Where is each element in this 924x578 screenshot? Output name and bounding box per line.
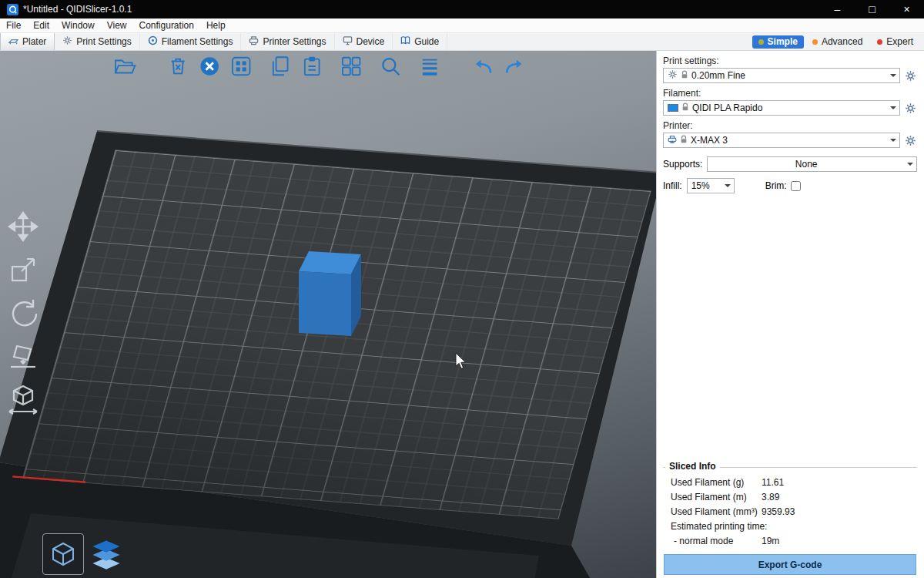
arrange-icon[interactable] [228,53,254,79]
chevron-down-icon [904,157,916,171]
sliced-info-row: Used Filament (m) 3.89 [665,489,916,504]
chevron-down-icon [887,69,899,82]
mode-expert[interactable]: Expert [871,35,919,49]
edit-printer-icon[interactable] [903,135,917,146]
tab-bar: Plater Print Settings Filament Settings … [0,33,924,51]
sliced-info-title: Sliced Info [665,461,720,472]
move-icon[interactable] [6,210,40,244]
preview-icon[interactable] [85,533,127,575]
tab-filament-settings[interactable]: Filament Settings [140,33,242,50]
lock-icon [680,135,688,146]
scene-canvas [0,51,656,578]
printer-select[interactable]: X-MAX 3 [663,133,900,148]
print-settings-label: Print settings: [663,55,917,66]
gizmo-toolbar [6,210,40,416]
plater-toolbar [112,53,527,79]
layer-height-icon[interactable] [417,53,443,79]
minimize-button[interactable]: – [820,0,855,18]
tab-print-settings[interactable]: Print Settings [55,33,139,50]
sliced-info-row: Used Filament (g) 11.61 [665,475,916,489]
menu-bar: File Edit Window View Configuration Help [0,18,924,33]
title-bar: *Untitled - QIDISlicer-1.0.1 – □ × [0,0,924,18]
tab-guide[interactable]: Guide [393,33,447,50]
close-button[interactable]: × [889,0,924,18]
tab-printer-settings[interactable]: Printer Settings [241,33,334,50]
window-title: *Untitled - QIDISlicer-1.0.1 [23,4,132,15]
printer-icon [668,135,677,146]
menu-configuration[interactable]: Configuration [133,18,200,32]
mode-simple[interactable]: Simple [752,35,804,49]
delete-icon[interactable] [165,53,191,79]
spool-icon [148,35,158,48]
tab-device[interactable]: Device [335,33,393,50]
scale-icon[interactable] [6,253,40,287]
menu-window[interactable]: Window [55,18,101,32]
split-icon[interactable] [338,53,364,79]
measure-icon[interactable] [6,382,40,416]
supports-label: Supports: [663,159,702,170]
paste-icon[interactable] [299,53,325,79]
app-logo-icon [7,4,18,15]
menu-edit[interactable]: Edit [27,18,55,32]
plater-icon [8,35,18,48]
filament-color-swatch [668,104,678,112]
lock-icon [681,70,688,82]
export-gcode-button[interactable]: Export G-code [664,554,916,575]
sliced-info-row: - normal mode 19m [665,533,916,548]
copy-icon[interactable] [267,53,293,79]
model-object[interactable] [299,251,361,336]
menu-view[interactable]: View [101,18,133,32]
viewport-3d[interactable] [0,51,656,578]
print-settings-select[interactable]: 0.20mm Fine [663,68,900,83]
maximize-button[interactable]: □ [855,0,889,18]
chevron-down-icon [721,179,734,193]
rotate-icon[interactable] [6,296,40,330]
menu-file[interactable]: File [0,18,27,32]
expert-mode-dot [877,39,882,45]
printer-icon [249,35,259,48]
open-icon[interactable] [112,53,138,79]
mode-advanced[interactable]: Advanced [806,35,869,49]
undo-icon[interactable] [470,53,496,79]
settings-panel: Print settings: 0.20mm Fine Filament: QI… [656,51,924,578]
book-icon [400,35,410,48]
filament-select[interactable]: QIDI PLA Rapido [663,100,900,116]
redo-icon[interactable] [501,53,527,79]
mode-switcher: Simple Advanced Expert [752,33,924,50]
edit-filament-icon[interactable] [903,102,917,114]
monitor-icon [343,35,353,48]
chevron-down-icon [887,101,899,115]
chevron-down-icon [887,133,899,147]
advanced-mode-dot [812,39,818,45]
menu-help[interactable]: Help [200,18,232,32]
tab-plater[interactable]: Plater [0,33,55,50]
edit-print-settings-icon[interactable] [903,70,917,82]
lock-icon [681,102,689,114]
sliced-info-row: Used Filament (mm³) 9359.93 [665,504,916,519]
brim-checkbox[interactable] [791,181,801,191]
filament-label: Filament: [663,88,917,99]
gear-icon [668,69,678,82]
sliced-info: Sliced Info Used Filament (g) 11.61 Used… [663,467,917,549]
delete-all-icon[interactable] [196,53,223,79]
search-icon[interactable] [377,53,403,79]
flatten-icon[interactable] [6,339,40,373]
infill-select[interactable]: 15% [687,178,735,193]
printer-label: Printer: [663,120,917,131]
estimated-time-label: Estimated printing time: [665,519,916,533]
simple-mode-dot [758,39,764,45]
editor-view-icon[interactable] [42,533,84,575]
brim-label: Brim: [765,180,787,191]
view-switch [42,533,127,575]
supports-select[interactable]: None [707,156,917,172]
infill-label: Infill: [663,180,682,191]
gear-icon [62,35,72,48]
